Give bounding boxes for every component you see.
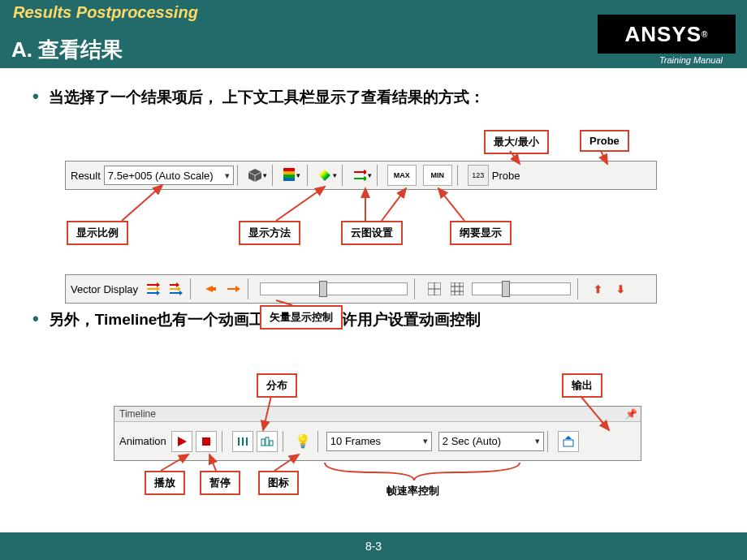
svg-marker-34	[178, 437, 187, 446]
vector-grid-2-icon[interactable]	[447, 279, 467, 299]
export-button[interactable]	[558, 431, 579, 452]
result-toolbar: Result 7.5e+005 (Auto Scale) MAX MIN 123…	[65, 161, 657, 190]
callout-framerate: 帧速率控制	[378, 480, 447, 502]
distribute-button[interactable]	[232, 431, 253, 452]
svg-rect-42	[563, 440, 573, 446]
callout-vectorctrl: 矢量显示控制	[260, 305, 343, 330]
distribute-2-button[interactable]	[257, 431, 278, 452]
arrow-down-icon[interactable]: ⬇	[611, 279, 630, 299]
svg-rect-3	[283, 171, 295, 174]
seconds-value: 2 Sec (Auto)	[443, 435, 501, 447]
vector-slider-1[interactable]	[260, 282, 408, 295]
callout-probe: Probe	[580, 130, 629, 152]
svg-rect-23	[213, 287, 216, 291]
vector-slider-2[interactable]	[472, 282, 571, 295]
callout-export: 输出	[562, 373, 602, 398]
svg-marker-22	[205, 286, 213, 292]
training-manual-label: Training Manual	[659, 55, 723, 65]
max-button[interactable]: MAX	[387, 165, 417, 186]
callout-pause: 暂停	[200, 471, 240, 495]
svg-marker-25	[235, 286, 240, 292]
bullet-2: 另外，Timeline也有一个动画工具栏，它允许用户设置动画控制	[32, 308, 481, 330]
callout-play: 播放	[145, 471, 185, 495]
rainbow-shape-icon[interactable]	[317, 166, 337, 185]
svg-rect-4	[283, 174, 295, 178]
callout-outline: 纲要显示	[450, 221, 512, 245]
seconds-combo[interactable]: 2 Sec (Auto)	[438, 432, 544, 451]
scale-value: 7.5e+005 (Auto Scale)	[108, 170, 214, 182]
play-button[interactable]	[171, 431, 192, 452]
timeline-title: Timeline📌	[114, 407, 641, 422]
bulb-icon[interactable]: 💡	[293, 432, 313, 451]
vector-mode-2-icon[interactable]	[166, 279, 185, 299]
svg-marker-14	[157, 286, 160, 291]
vector-toolbar: Vector Display ⬆ ⬇	[65, 274, 657, 304]
bullet-1: 当选择了一个结果项后， 上下文工具栏显示了查看结果的方式：	[32, 86, 485, 108]
svg-rect-40	[266, 437, 269, 446]
svg-rect-5	[283, 178, 295, 181]
svg-marker-15	[157, 291, 160, 295]
pin-icon[interactable]: 📌	[625, 408, 637, 420]
callout-icon: 图标	[258, 471, 299, 495]
callout-contour: 云图设置	[341, 221, 403, 245]
ansys-logo: ANSYS®	[598, 15, 736, 54]
page-number: 8-3	[365, 540, 382, 553]
geometry-cube-icon[interactable]	[248, 166, 267, 185]
vector-label: Vector Display	[71, 283, 138, 295]
scale-combo[interactable]: 7.5e+005 (Auto Scale)	[104, 166, 234, 185]
svg-marker-9	[364, 176, 366, 181]
svg-rect-35	[202, 437, 210, 446]
svg-rect-2	[283, 168, 295, 171]
svg-line-47	[276, 187, 325, 221]
callout-method: 显示方法	[239, 221, 300, 245]
svg-rect-39	[261, 439, 265, 446]
vector-style-1-icon[interactable]	[201, 279, 220, 299]
svg-marker-7	[364, 170, 366, 174]
vector-arrows-icon[interactable]	[352, 166, 372, 185]
svg-line-49	[438, 188, 464, 221]
probe-icon[interactable]: 123	[468, 165, 489, 186]
callout-scale: 显示比例	[67, 221, 128, 245]
slide-header: Results Postprocessing A. 查看结果 ANSYS® Tr…	[0, 0, 747, 68]
svg-rect-29	[451, 282, 464, 295]
timeline-toolbar: Timeline📌 Animation 💡 10 Frames 2 Sec (A…	[114, 406, 641, 461]
svg-marker-43	[565, 436, 572, 439]
frames-value: 10 Frames	[330, 435, 381, 447]
header-subtitle: A. 查看结果	[11, 36, 123, 64]
contour-bands-icon[interactable]	[283, 166, 302, 185]
svg-marker-21	[179, 291, 183, 295]
svg-line-46	[122, 185, 162, 221]
vector-grid-1-icon[interactable]	[425, 279, 444, 299]
frames-combo[interactable]: 10 Frames	[326, 432, 432, 451]
animation-label: Animation	[119, 435, 166, 447]
callout-dist: 分布	[257, 373, 297, 398]
header-title: Results Postprocessing	[13, 3, 198, 22]
svg-marker-13	[157, 282, 160, 287]
probe-label: Probe	[492, 170, 520, 182]
vector-mode-1-icon[interactable]	[143, 279, 162, 299]
min-button[interactable]: MIN	[423, 165, 452, 186]
result-label: Result	[71, 170, 101, 182]
arrow-up-icon[interactable]: ⬆	[588, 279, 607, 299]
vector-style-2-icon[interactable]	[223, 279, 243, 299]
svg-line-50	[382, 188, 406, 221]
callout-maxmin: 最大/最小	[484, 130, 549, 154]
slide-footer: 8-3	[0, 532, 747, 560]
svg-rect-41	[270, 441, 273, 446]
stop-button[interactable]	[196, 431, 217, 452]
